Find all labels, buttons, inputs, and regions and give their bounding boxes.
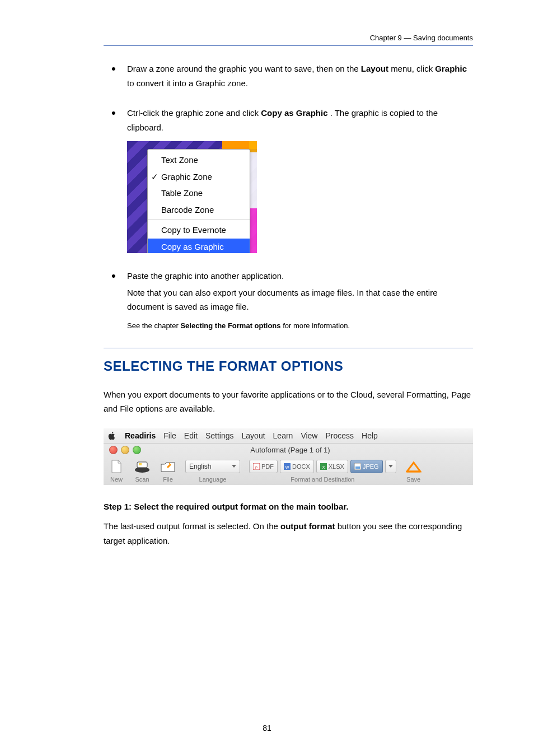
bullet-list: Draw a zone around the graphic you want … (104, 62, 473, 332)
menu-name: Layout (361, 64, 388, 73)
mb-app[interactable]: Readiris (125, 431, 156, 440)
note-text: Note that you can also export your docum… (127, 286, 473, 314)
step1-detail: The last-used output format is selected.… (104, 519, 473, 548)
svg-rect-1 (137, 462, 147, 468)
svg-rect-2 (139, 463, 142, 465)
mb-settings[interactable]: Settings (205, 431, 234, 440)
fmt-jpeg-button[interactable]: JPEG (350, 460, 383, 473)
step1: Step 1: Select the required output forma… (104, 500, 473, 514)
ctx-item-graphic-zone[interactable]: Graphic Zone (148, 169, 250, 185)
mb-edit[interactable]: Edit (184, 431, 198, 440)
section-title: SELECTING THE FORMAT OPTIONS (104, 358, 473, 374)
context-menu-figure: Text Zone Graphic Zone Table Zone Barcod… (127, 141, 473, 253)
header-rule (104, 45, 473, 46)
pdf-icon: P (253, 463, 260, 470)
window-titlebar: Autoformat (Page 1 of 1) (104, 444, 473, 457)
group-language: English Language (185, 458, 240, 483)
mb-help[interactable]: Help (362, 431, 378, 440)
ctx-item-table-zone[interactable]: Table Zone (148, 185, 250, 202)
format-label: Format and Destination (291, 476, 354, 483)
mb-process[interactable]: Process (325, 431, 354, 440)
ctx-separator (148, 220, 250, 220)
minimize-icon[interactable] (121, 446, 129, 454)
mb-view[interactable]: View (301, 431, 317, 440)
command-name: Graphic (435, 64, 467, 73)
mb-learn[interactable]: Learn (273, 431, 293, 440)
chevron-down-icon (388, 465, 393, 468)
intro-paragraph: When you export documents to your favori… (104, 388, 473, 416)
mb-file[interactable]: File (163, 431, 176, 440)
zoom-icon[interactable] (133, 446, 141, 454)
bullet-zone: Draw a zone around the graphic you want … (127, 62, 473, 90)
page-number: 81 (0, 724, 534, 732)
fmt-pdf-button[interactable]: P PDF (249, 460, 278, 473)
group-save: Save (405, 458, 422, 483)
jpeg-icon (354, 463, 361, 470)
new-button[interactable] (108, 459, 125, 474)
svg-rect-10 (355, 466, 360, 469)
group-format: P PDF W DOCX X (249, 458, 396, 483)
bullet-paste: Paste the graphic into another applicati… (127, 269, 473, 332)
docx-icon: W (284, 463, 291, 470)
close-icon[interactable] (109, 446, 118, 454)
save-label: Save (406, 476, 420, 483)
ctx-item-copy-evernote[interactable]: Copy to Evernote (148, 222, 250, 239)
toolbar-figure: Readiris File Edit Settings Layout Learn… (104, 428, 473, 485)
new-label: New (110, 476, 123, 483)
language-label: Language (199, 476, 227, 483)
fmt-xlsx-button[interactable]: X XLSX (316, 460, 348, 473)
svg-text:W: W (285, 465, 289, 469)
chevron-down-icon (232, 465, 236, 468)
scan-button[interactable] (134, 459, 151, 474)
group-new: New (108, 458, 125, 483)
save-button[interactable] (405, 459, 422, 474)
language-select[interactable]: English (185, 460, 240, 473)
chapter-link: Selecting the Format options (180, 321, 280, 330)
ctx-item-barcode-zone[interactable]: Barcode Zone (148, 202, 250, 218)
section-rule (104, 348, 473, 348)
ctx-item-copy-graphic[interactable]: Copy as Graphic (148, 239, 250, 254)
xlsx-icon: X (320, 463, 327, 470)
svg-text:X: X (322, 465, 325, 469)
macos-menubar: Readiris File Edit Settings Layout Learn… (104, 428, 473, 443)
mb-layout[interactable]: Layout (242, 431, 265, 440)
apple-menu-icon[interactable] (107, 431, 117, 441)
main-toolbar: New Scan File (104, 457, 473, 485)
group-file: File (160, 458, 176, 483)
ctx-item-text-zone[interactable]: Text Zone (148, 152, 250, 169)
command-name: Copy as Graphic (261, 108, 327, 118)
app-window: Autoformat (Page 1 of 1) New (104, 443, 473, 485)
window-title: Autoformat (Page 1 of 1) (141, 446, 473, 454)
language-value: English (189, 463, 211, 470)
fmt-docx-button[interactable]: W DOCX (280, 460, 314, 473)
fmt-more-button[interactable] (385, 460, 396, 473)
context-menu: Text Zone Graphic Zone Table Zone Barcod… (147, 149, 250, 253)
scan-label: Scan (135, 476, 149, 483)
file-button[interactable] (160, 459, 176, 474)
group-scan: Scan (134, 458, 151, 483)
chapter-header: Chapter 9 — Saving documents (104, 34, 473, 42)
file-label: File (163, 476, 173, 483)
svg-text:P: P (255, 466, 257, 469)
bullet-copy: Ctrl-click the graphic zone and click Co… (127, 106, 473, 253)
chapter-reference: See the chapter Selecting the Format opt… (127, 320, 473, 332)
